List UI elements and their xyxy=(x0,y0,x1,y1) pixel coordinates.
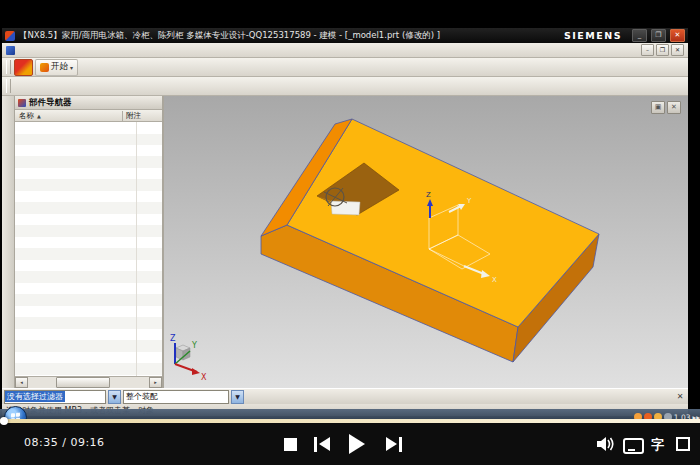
horizontal-scrollbar[interactable]: ◂ ▸ xyxy=(15,376,162,388)
minimize-button[interactable]: _ xyxy=(632,29,647,42)
column-name[interactable]: 名称 ▲ xyxy=(15,111,122,121)
toolbar-close-icon[interactable]: ✕ xyxy=(674,391,686,403)
siemens-logo: SIEMENS xyxy=(564,30,622,41)
feature-tree xyxy=(15,122,162,376)
window-title: 【NX8.5】家用/商用电冰箱、冷柜、陈列柜 多媒体专业设计-QQ1253175… xyxy=(19,30,560,42)
progress-playhead[interactable] xyxy=(0,417,8,425)
start-menu-label: 开始 xyxy=(51,61,68,73)
doc-close-button[interactable]: ✕ xyxy=(671,44,684,56)
selection-scope-dropdown[interactable]: 整个装配 xyxy=(123,390,229,404)
stop-button[interactable] xyxy=(284,438,297,451)
fullscreen-icon[interactable] xyxy=(676,437,690,451)
csys-y-label: Y xyxy=(466,197,472,205)
scroll-left-icon[interactable]: ◂ xyxy=(15,377,28,388)
volume-icon[interactable] xyxy=(596,436,616,452)
part-navigator-panel: 部件导航器 名称 ▲ 附注 ◂ ▸ xyxy=(15,96,164,388)
previous-button[interactable] xyxy=(314,437,332,452)
title-bar: 【NX8.5】家用/商用电冰箱、冷柜、陈列柜 多媒体专业设计-QQ1253175… xyxy=(2,28,688,43)
selection-filter-value: 没有选择过滤器 xyxy=(5,391,65,402)
standard-toolbar: 开始 ▾ xyxy=(2,58,688,77)
toolbar-grip[interactable] xyxy=(6,79,11,93)
progress-played xyxy=(0,419,700,423)
chevron-down-icon: ▾ xyxy=(70,64,73,71)
doc-minimize-button[interactable]: – xyxy=(641,44,654,56)
nx-app-icon xyxy=(5,31,15,41)
3d-viewport[interactable]: ▣ ✕ xyxy=(164,96,688,388)
selection-bar: 没有选择过滤器 ▼ 整个装配 ▼ ✕ xyxy=(2,388,688,404)
panel-title: 部件导航器 xyxy=(29,97,72,109)
view-close-icon[interactable]: ✕ xyxy=(667,101,681,114)
filter-dropdown-arrow-icon[interactable]: ▼ xyxy=(108,390,121,404)
csys-x-label: X xyxy=(492,276,497,284)
selection-scope-value: 整个装配 xyxy=(124,391,160,402)
view-triad: Z Y X xyxy=(170,334,207,382)
scope-dropdown-arrow-icon[interactable]: ▼ xyxy=(231,390,244,404)
column-note[interactable]: 附注 xyxy=(122,111,141,121)
nx-application-window: 【NX8.5】家用/商用电冰箱、冷柜、陈列柜 多媒体专业设计-QQ1253175… xyxy=(2,28,688,412)
selection-filter-dropdown[interactable]: 没有选择过滤器 xyxy=(4,390,106,404)
video-progress-bar[interactable] xyxy=(0,419,700,423)
3d-part-model: Z Y X xyxy=(164,96,688,388)
nx-logo-icon xyxy=(14,59,33,76)
resource-bar xyxy=(2,96,15,388)
tree-column-header: 名称 ▲ 附注 xyxy=(15,110,162,122)
subtitle-button[interactable]: 字 xyxy=(651,436,664,454)
doc-restore-button[interactable]: ❐ xyxy=(656,44,669,56)
document-window-icon[interactable] xyxy=(6,46,15,55)
scrollbar-thumb[interactable] xyxy=(56,377,110,388)
start-menu-icon xyxy=(40,63,49,72)
view-restore-icon[interactable]: ▣ xyxy=(651,101,665,114)
triad-x-label: X xyxy=(201,373,207,382)
time-display: 08:35 / 09:16 xyxy=(24,436,105,449)
triad-z-label: Z xyxy=(170,334,176,343)
toolbar-grip[interactable] xyxy=(6,60,11,74)
sort-ascending-icon: ▲ xyxy=(37,113,41,119)
feature-toolbar xyxy=(2,77,688,96)
play-button[interactable] xyxy=(349,434,365,454)
panel-header: 部件导航器 xyxy=(15,96,162,110)
video-frame: 【NX8.5】家用/商用电冰箱、冷柜、陈列柜 多媒体专业设计-QQ1253175… xyxy=(0,0,700,465)
menu-bar: – ❐ ✕ xyxy=(2,43,688,58)
close-button[interactable]: ✕ xyxy=(670,29,685,42)
triad-y-label: Y xyxy=(191,341,197,350)
video-player-controls: 08:35 / 09:16 字 xyxy=(0,423,700,465)
scroll-right-icon[interactable]: ▸ xyxy=(149,377,162,388)
csys-z-label: Z xyxy=(426,191,431,199)
start-menu-button[interactable]: 开始 ▾ xyxy=(35,59,78,76)
part-navigator-icon xyxy=(18,99,26,107)
column-name-label: 名称 xyxy=(19,111,34,121)
next-button[interactable] xyxy=(386,437,404,452)
theater-mode-icon[interactable] xyxy=(623,438,644,454)
restore-button[interactable]: ❐ xyxy=(651,29,666,42)
